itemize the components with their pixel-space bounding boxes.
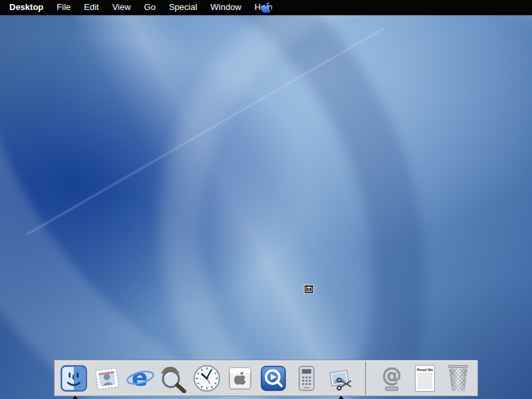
dock-item-trash[interactable]: [443, 363, 473, 394]
wallpaper-bright-arc: [160, 15, 532, 399]
dock-item-clock[interactable]: [192, 363, 222, 394]
mail-stamp-icon: [91, 362, 122, 394]
ie-letter: e: [132, 364, 148, 391]
clock-icon: [192, 364, 221, 393]
menu-view[interactable]: View: [106, 0, 138, 15]
menu-desktop[interactable]: Desktop: [0, 0, 50, 15]
screen: Desktop File Edit View Go Special Window…: [0, 0, 532, 399]
menu-edit[interactable]: Edit: [77, 0, 105, 15]
dock-item-finder[interactable]: [59, 363, 89, 394]
sherlock-icon: [159, 364, 188, 393]
dock-item-grab[interactable]: [325, 363, 355, 394]
dock-item-internet-explorer[interactable]: e: [125, 363, 156, 394]
desktop-surface[interactable]: [0, 15, 532, 399]
grab-icon: [325, 364, 354, 393]
dock-item-mac-os-box[interactable]: [225, 363, 255, 394]
wallpaper-dark-arc: [0, 15, 426, 399]
read-me-label: Read Me: [416, 368, 434, 372]
dock-item-sherlock[interactable]: [158, 363, 189, 394]
dock-item-at-mount[interactable]: @: [376, 363, 407, 394]
dock-item-mail[interactable]: [92, 363, 122, 394]
at-symbol: @: [382, 366, 402, 386]
dock-item-read-me[interactable]: Read Me: [410, 363, 440, 394]
at-mount-icon: @: [382, 366, 402, 391]
apple-logo[interactable]: [261, 2, 271, 13]
camera-icon: [304, 285, 314, 294]
menu-go[interactable]: Go: [138, 0, 162, 15]
mac-os-box-icon: [225, 364, 255, 393]
menu-special[interactable]: Special: [162, 0, 204, 15]
quicktime-icon: [259, 364, 288, 393]
dock-item-quicktime[interactable]: [258, 363, 289, 394]
read-me-text-lines: [418, 374, 432, 389]
music-player-icon: [292, 364, 321, 393]
dock: e: [54, 360, 478, 396]
at-base: [385, 386, 398, 391]
wallpaper-crease-line: [26, 28, 384, 235]
apple-logo-icon: [261, 2, 271, 13]
internet-explorer-icon: e: [126, 364, 155, 393]
camera-grab-cursor: [304, 285, 314, 294]
finder-icon: [59, 364, 88, 393]
menu-bar: Desktop File Edit View Go Special Window…: [0, 0, 532, 15]
menu-file[interactable]: File: [50, 0, 77, 15]
dock-separator: [365, 361, 366, 395]
trash-rim: [448, 365, 468, 368]
read-me-document-icon: Read Me: [415, 365, 435, 392]
menu-window[interactable]: Window: [204, 0, 248, 15]
wallpaper-light-arc: [0, 15, 532, 399]
trash-icon: [448, 365, 469, 391]
trash-basket: [448, 368, 469, 391]
dock-item-music-player[interactable]: [291, 363, 322, 394]
